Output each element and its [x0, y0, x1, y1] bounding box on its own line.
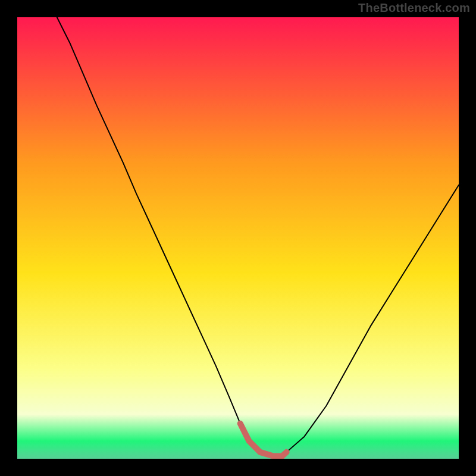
gradient-background — [17, 17, 459, 459]
plot-area — [17, 17, 459, 459]
plot-svg — [17, 17, 459, 459]
watermark-label: TheBottleneck.com — [358, 1, 470, 15]
chart-stage: TheBottleneck.com — [0, 0, 476, 476]
